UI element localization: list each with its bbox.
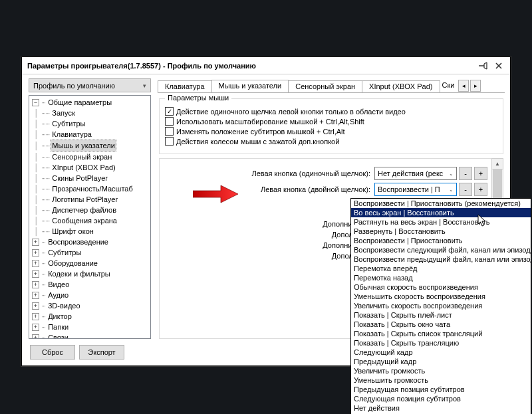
tree-expand-icon[interactable]: + [32,281,39,288]
tab-next-icon[interactable]: ▸ [470,80,481,92]
checkbox-1[interactable] [165,117,174,126]
chevron-down-icon: ▾ [143,82,146,89]
tree-node[interactable]: Субтитры [47,247,82,258]
tab-3[interactable]: XInput (XBOX Pad) [362,80,440,92]
dropdown-item[interactable]: Уменьшить громкость [351,375,531,385]
tab-1[interactable]: Мышь и указатели [211,80,289,92]
tree-node[interactable]: Мышь и указатели [51,140,116,152]
tree-node[interactable]: Диспетчер файлов [51,205,118,215]
dropdown-item[interactable]: Растянуть на весь экран | Восстановить [351,217,531,227]
dropdown-item[interactable]: Предыдущий кадр [351,357,531,366]
profile-select[interactable]: Профиль по умолчанию ▾ [29,78,151,92]
dropdown-item[interactable]: Нет действия [351,403,531,413]
tree-expand-icon[interactable]: + [32,313,39,320]
dropdown-item[interactable]: Показать | Скрыть трансляцию [351,338,531,348]
tree-node[interactable]: Сенсорный экран [51,152,113,162]
tree-node[interactable]: Сообщения экрана [51,215,118,226]
dropdown-item[interactable]: Обычная скорость воспроизведения [351,282,531,292]
dropdown-item[interactable]: Показать | Скрыть список трансляций [351,329,531,338]
dropdown-item[interactable]: Следующая позиция субтитров [351,394,531,403]
tree-expand-icon[interactable]: + [32,249,39,257]
tree-expand-icon[interactable]: + [32,334,39,340]
mouse-options-group: Параметры мыши ✓Действие одиночного щелч… [159,98,503,154]
profile-select-text: Профиль по умолчанию [33,82,143,90]
combo-text: Нет действия (рекс [378,169,449,177]
action-add-button[interactable]: + [474,183,487,196]
tab-0[interactable]: Клавиатура [158,80,212,92]
titlebar[interactable]: Параметры проигрывателя(1.7.8557) - Проф… [22,57,510,74]
tab-prev-icon[interactable]: ◂ [458,80,469,92]
tree-expand-icon[interactable]: + [32,260,39,267]
dropdown-item[interactable]: Во весь экран | Восстановить [351,208,531,217]
dropdown-item[interactable]: Перемотка назад [351,273,531,282]
scroll-up-icon[interactable]: ▲ [491,158,503,169]
tab-2[interactable]: Сенсорный экран [288,80,362,92]
checkbox-0[interactable]: ✓ [165,107,174,116]
tree-node[interactable]: 3D-видео [47,300,81,311]
dropdown-item[interactable]: Перемотка вперёд [351,264,531,273]
tree-node[interactable]: Кодеки и фильтры [47,268,112,279]
tree-node[interactable]: Видео [47,279,70,290]
group-title: Параметры мыши [165,94,231,102]
dropdown-item[interactable]: Развернуть | Восстановить [351,227,531,236]
tab-clipped[interactable]: Ски [440,80,458,91]
action-combo-0[interactable]: Нет действия (рекс⌄ [374,167,457,180]
action-add-button[interactable]: + [474,167,487,180]
tree-node[interactable]: Оборудование [47,258,99,268]
dropdown-item[interactable]: Показать | Скрыть окно чата [351,320,531,329]
window-title: Параметры проигрывателя(1.7.8557) - Проф… [27,62,475,70]
dropdown-item[interactable]: Воспроизвести | Приостановить (рекоменду… [351,199,531,208]
dropdown-item[interactable]: Воспроизвести следующий файл, канал или … [351,245,531,255]
dropdown-item[interactable]: Предыдущая позиция субтитров [351,385,531,394]
tree-node[interactable]: Связи [47,332,70,339]
tree-node[interactable]: Воспроизведение [47,237,110,247]
tree-node[interactable]: Аудио [47,290,70,300]
dropdown-item[interactable]: Воспроизвести предыдущий файл, канал или… [351,255,531,264]
action-dropdown[interactable]: Воспроизвести | Приостановить (рекоменду… [350,198,531,414]
tree-node[interactable]: Шрифт окон [51,226,95,237]
dropdown-item[interactable]: Показать | Скрыть плей-лист [351,310,531,320]
export-button[interactable]: Экспорт [79,345,124,360]
settings-tree[interactable]: −···Общие параметры│······Запуск│······С… [29,95,151,339]
pin-icon[interactable] [475,60,490,72]
action-clear-button[interactable]: - [459,167,472,180]
checkbox-label: Изменять положение субтитров мышкой + Ct… [176,128,345,136]
tree-expand-icon[interactable]: + [32,292,39,299]
checkbox-label: Действие одиночного щелчка левой кнопки … [176,108,406,116]
tree-expand-icon[interactable]: + [32,270,39,278]
tree-node[interactable]: Клавиатура [51,129,93,140]
chevron-down-icon: ⌄ [449,187,454,193]
tree-node[interactable]: XInput (XBOX Pad) [51,162,116,173]
tree-collapse-icon[interactable]: − [32,99,39,106]
tree-expand-icon[interactable]: + [32,302,39,310]
tree-node[interactable]: Логотипы PotPlayer [51,194,119,205]
reset-button[interactable]: Сброс [30,345,75,360]
tree-node-root[interactable]: Общие параметры [47,97,113,108]
tree-node[interactable]: Субтитры [51,118,86,129]
combo-text: Воспроизвести | П [378,185,449,193]
tree-expand-icon[interactable]: + [32,324,39,331]
checkbox-3[interactable] [165,137,174,146]
dropdown-item[interactable]: Увеличить скорость воспроизведения [351,301,531,310]
checkbox-2[interactable] [165,127,174,136]
dropdown-item[interactable]: Следующий кадр [351,348,531,357]
dropdown-item[interactable]: Уменьшить скорость воспроизведения [351,292,531,301]
checkbox-label: Действия колесом мыши с зажатой доп.кноп… [176,138,339,146]
action-clear-button[interactable]: - [459,183,472,196]
tree-node[interactable]: Запуск [51,108,76,118]
tabs: КлавиатураМышь и указателиСенсорный экра… [158,78,505,93]
tree-node[interactable]: Диктор [47,311,73,322]
dropdown-item[interactable]: Увеличить громкость [351,366,531,375]
checkbox-label: Использовать масштабирование мышкой + Ct… [176,118,364,126]
close-icon[interactable] [491,60,506,72]
action-combo-1[interactable]: Воспроизвести | П⌄ [374,183,457,196]
tree-node[interactable]: Скины PotPlayer [51,173,109,183]
tree-node[interactable]: Папки [47,322,70,332]
dropdown-item[interactable]: Воспроизвести | Приостановить [351,236,531,245]
chevron-down-icon: ⌄ [449,171,454,177]
action-label: Левая кнопка (двойной щелчок): [160,185,374,193]
action-label: Левая кнопка (одиночный щелчок): [160,169,374,177]
tree-node[interactable]: Прозрачность/Масштаб [51,183,134,194]
tree-expand-icon[interactable]: + [32,239,39,246]
